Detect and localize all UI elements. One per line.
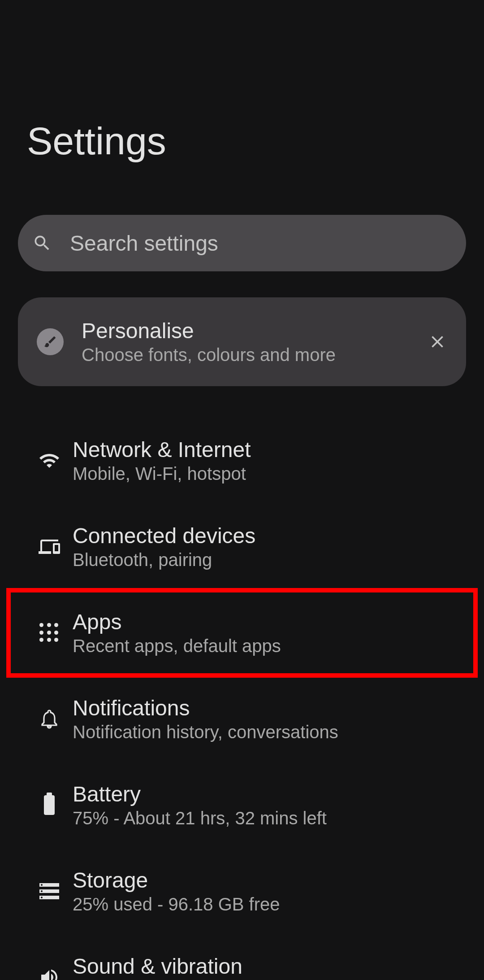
sound-title: Sound & vibration (73, 954, 457, 979)
network-title: Network & Internet (73, 437, 457, 462)
personalise-subtitle: Choose fonts, colours and more (82, 345, 428, 365)
list-item-sound[interactable]: Sound & vibration Volume, vibration, Do … (18, 934, 466, 980)
battery-icon (44, 795, 55, 815)
search-bar[interactable]: Search settings (18, 215, 466, 271)
page-title: Settings (27, 119, 466, 163)
battery-title: Battery (73, 782, 457, 806)
apps-icon (39, 623, 59, 643)
apps-subtitle: Recent apps, default apps (73, 636, 457, 656)
storage-subtitle: 25% used - 96.18 GB free (73, 894, 457, 915)
brush-icon (43, 335, 57, 349)
wifi-icon (39, 450, 60, 471)
list-item-connected-devices[interactable]: Connected devices Bluetooth, pairing (18, 504, 466, 590)
storage-title: Storage (73, 868, 457, 893)
list-item-notifications[interactable]: Notifications Notification history, conv… (18, 676, 466, 762)
list-item-network[interactable]: Network & Internet Mobile, Wi-Fi, hotspo… (18, 418, 466, 504)
list-item-storage[interactable]: Storage 25% used - 96.18 GB free (18, 848, 466, 934)
notifications-subtitle: Notification history, conversations (73, 722, 457, 742)
connected-devices-title: Connected devices (73, 523, 457, 548)
brush-icon-wrap (37, 328, 64, 355)
search-placeholder: Search settings (70, 231, 218, 256)
bell-icon (39, 708, 60, 730)
apps-title: Apps (73, 610, 457, 634)
volume-icon (39, 967, 60, 980)
search-icon (32, 233, 52, 253)
devices-icon (39, 536, 60, 558)
notifications-title: Notifications (73, 696, 457, 720)
connected-devices-subtitle: Bluetooth, pairing (73, 550, 457, 570)
personalise-title: Personalise (82, 318, 428, 343)
storage-icon (39, 883, 59, 899)
battery-subtitle: 75% - About 21 hrs, 32 mins left (73, 808, 457, 828)
list-item-battery[interactable]: Battery 75% - About 21 hrs, 32 mins left (18, 762, 466, 848)
list-item-apps[interactable]: Apps Recent apps, default apps (18, 590, 466, 676)
close-icon[interactable] (428, 332, 447, 352)
network-subtitle: Mobile, Wi-Fi, hotspot (73, 464, 457, 484)
personalise-card[interactable]: Personalise Choose fonts, colours and mo… (18, 297, 466, 386)
